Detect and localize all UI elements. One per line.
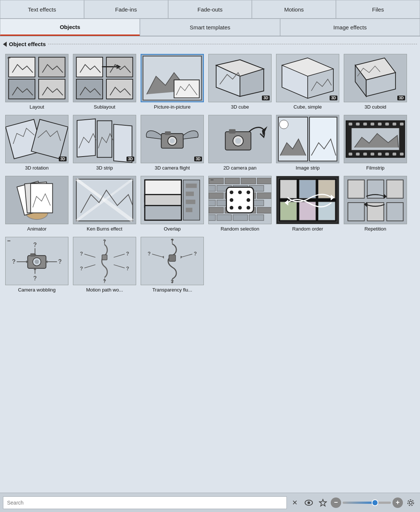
svg-rect-112 (217, 215, 231, 220)
effect-thumb-cam-wobble: ? ? ? ? − (5, 237, 68, 285)
effect-item-rotation3d[interactable]: 3D3D rotation (3, 113, 71, 174)
svg-point-119 (230, 198, 233, 202)
effect-item-cube-simple[interactable]: 3DCube, simple (274, 52, 342, 113)
effect-item-animator[interactable]: Animator (3, 174, 71, 235)
effect-thumb-cube3d: 3D (208, 54, 272, 102)
zoom-slider[interactable] (343, 502, 391, 504)
effect-item-layout[interactable]: −Layout (3, 52, 71, 113)
minus-badge-random-sel: − (210, 177, 214, 183)
tab-smart-templates[interactable]: Smart templates (140, 19, 280, 36)
effect-item-sublayout[interactable]: Sublayout (71, 52, 138, 113)
tab-fade-outs[interactable]: Fade-outs (168, 0, 252, 18)
svg-rect-114 (249, 215, 264, 220)
effect-item-pip[interactable]: Picture-in-picture (138, 52, 206, 113)
svg-text:?: ? (58, 258, 62, 265)
effect-label-pip: Picture-in-picture (154, 104, 190, 110)
svg-rect-8 (76, 79, 103, 99)
3d-badge-cube-simple: 3D (330, 96, 337, 100)
svg-rect-107 (209, 207, 223, 213)
effect-item-strip3d[interactable]: 3D3D strip (71, 113, 138, 174)
effect-thumb-image-strip (276, 115, 339, 163)
effect-item-ken-burns[interactable]: Ken Burns effect (71, 174, 138, 235)
effect-label-cam-pan2d: 2D camera pan (224, 165, 257, 171)
svg-rect-88 (186, 200, 195, 204)
svg-rect-53 (349, 123, 352, 126)
collapse-triangle[interactable] (3, 42, 7, 47)
tab-fade-ins[interactable]: Fade-ins (84, 0, 168, 18)
scroll-area[interactable]: Object effects −Layout (0, 36, 420, 493)
effect-item-transp-flu[interactable]: ? ? ? ? Transparency flu... (138, 235, 206, 296)
svg-marker-190 (320, 499, 327, 506)
effect-item-overlap[interactable]: Overlap (138, 174, 206, 235)
effect-thumb-overlap (141, 176, 204, 224)
search-input[interactable] (3, 496, 287, 509)
tab-objects[interactable]: Objects (0, 19, 140, 36)
effect-item-random-sel[interactable]: −Random selection (206, 174, 274, 235)
svg-point-39 (170, 138, 175, 144)
svg-text:?: ? (12, 258, 16, 265)
effect-item-cam-pan2d[interactable]: 2D camera pan (206, 113, 274, 174)
tab-files[interactable]: Files (336, 0, 420, 18)
bottom-toolbar: ✕ − + (0, 493, 420, 512)
tab-image-effects[interactable]: Image effects (280, 19, 420, 36)
effect-thumb-cam-pan2d (208, 115, 272, 163)
svg-rect-3 (9, 79, 35, 99)
svg-text:?: ? (194, 251, 197, 257)
section-divider (48, 44, 417, 44)
svg-point-191 (409, 501, 412, 504)
3d-badge-rotation3d: 3D (59, 157, 67, 161)
svg-rect-60 (400, 123, 404, 126)
effect-item-cam-flight3d[interactable]: 3D3D camera flight (138, 113, 206, 174)
search-clear-button[interactable]: ✕ (288, 496, 301, 509)
svg-rect-2 (39, 57, 65, 77)
svg-point-122 (238, 206, 242, 210)
svg-rect-14 (174, 80, 199, 98)
effect-label-random-ord: Random order (292, 226, 323, 232)
effect-item-cam-wobble[interactable]: ? ? ? ? −Camera wobbling (3, 235, 71, 296)
svg-point-117 (238, 190, 242, 194)
tab-text-effects[interactable]: Text effects (0, 0, 84, 18)
tab-motions[interactable]: Motions (252, 0, 336, 18)
svg-rect-131 (318, 202, 335, 220)
effect-thumb-animator (5, 176, 68, 224)
zoom-in-button[interactable]: + (392, 497, 403, 508)
settings-icon-button[interactable] (404, 496, 417, 509)
cogwheel-icon (407, 499, 415, 507)
effect-item-motion-path[interactable]: ? ? ? ? ? ? Motion path wo... (71, 235, 138, 296)
effect-label-motion-path: Motion path wo... (86, 287, 123, 293)
zoom-out-button[interactable]: − (331, 497, 341, 508)
svg-rect-49 (310, 117, 337, 161)
svg-rect-140 (387, 203, 403, 221)
effect-thumb-cuboid3d: 3D (344, 54, 407, 102)
svg-rect-63 (363, 152, 367, 155)
effect-label-cube-simple: Cube, simple (294, 104, 322, 110)
svg-rect-102 (257, 193, 271, 199)
effect-item-repetition[interactable]: Repetition (342, 174, 409, 235)
effect-item-cuboid3d[interactable]: 3D3D cuboid (342, 52, 409, 113)
svg-point-146 (35, 260, 39, 264)
effect-thumb-motion-path: ? ? ? ? ? ? (73, 237, 136, 285)
effect-item-random-ord[interactable]: Random order (274, 174, 342, 235)
svg-rect-59 (392, 123, 396, 126)
effect-item-filmstrip[interactable]: Filmstrip (342, 113, 409, 174)
zoom-slider-container: − + (331, 497, 403, 508)
svg-rect-95 (209, 186, 215, 191)
effect-label-sublayout: Sublayout (94, 104, 115, 110)
effect-item-image-strip[interactable]: Image strip (274, 113, 342, 174)
effect-thumb-cube-simple: 3D (276, 54, 339, 102)
svg-rect-6 (76, 57, 103, 77)
svg-rect-92 (225, 178, 240, 184)
svg-rect-68 (400, 152, 404, 155)
effect-label-layout: Layout (29, 104, 44, 110)
svg-point-44 (235, 138, 241, 144)
svg-rect-135 (348, 180, 364, 198)
effect-item-cube3d[interactable]: 3D3D cube (206, 52, 274, 113)
minus-badge-layout: − (7, 55, 10, 61)
tab-row-1: Text effects Fade-ins Fade-outs Motions … (0, 0, 420, 19)
svg-rect-110 (257, 207, 271, 213)
preview-icon-button[interactable] (302, 496, 315, 509)
favorite-icon-button[interactable] (317, 496, 329, 509)
svg-point-120 (247, 198, 250, 202)
effect-label-repetition: Repetition (365, 226, 387, 232)
effect-thumb-repetition (344, 176, 407, 224)
